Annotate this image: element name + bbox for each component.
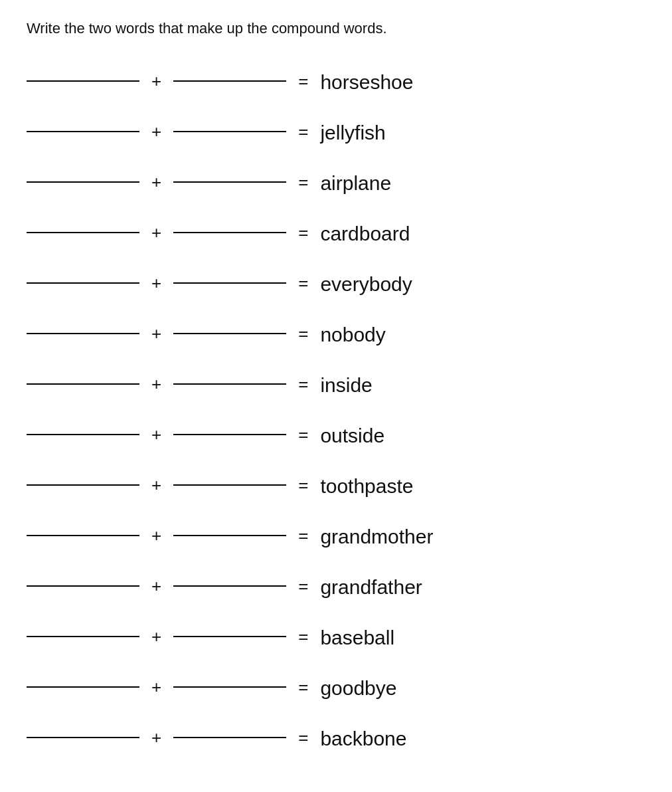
blank-line-1[interactable] <box>27 232 139 233</box>
blank-line-1[interactable] <box>27 636 139 637</box>
compound-word-label: grandmother <box>320 526 433 548</box>
plus-sign: + <box>151 475 161 498</box>
blank-line-1[interactable] <box>27 535 139 536</box>
compound-word-label: outside <box>320 425 384 447</box>
compound-row: +=inside <box>27 360 645 411</box>
compound-row: +=cardboard <box>27 209 645 259</box>
blank-line-1[interactable] <box>27 181 139 183</box>
plus-sign: + <box>151 425 161 448</box>
compound-word-label: airplane <box>320 172 391 195</box>
blank-line-2[interactable] <box>173 484 286 486</box>
compound-word-label: backbone <box>320 728 406 750</box>
blank-line-2[interactable] <box>173 333 286 334</box>
blank-line-1[interactable] <box>27 686 139 688</box>
plus-sign: + <box>151 728 161 751</box>
compound-word-label: horseshoe <box>320 71 413 94</box>
equals-sign: = <box>298 223 308 246</box>
compound-row: +=airplane <box>27 158 645 209</box>
compound-rows-container: +=horseshoe+=jellyfish+=airplane+=cardbo… <box>27 57 645 764</box>
plus-sign: + <box>151 71 161 94</box>
equals-sign: = <box>298 71 308 94</box>
compound-row: +=grandfather <box>27 562 645 613</box>
blank-line-2[interactable] <box>173 131 286 132</box>
plus-sign: + <box>151 122 161 145</box>
compound-row: +=jellyfish <box>27 108 645 158</box>
equals-sign: = <box>298 728 308 751</box>
compound-word-label: toothpaste <box>320 475 413 498</box>
blank-line-1[interactable] <box>27 383 139 385</box>
blank-line-1[interactable] <box>27 282 139 284</box>
plus-sign: + <box>151 223 161 246</box>
equals-sign: = <box>298 526 308 549</box>
plus-sign: + <box>151 273 161 296</box>
equals-sign: = <box>298 122 308 145</box>
compound-row: +=baseball <box>27 613 645 663</box>
blank-line-1[interactable] <box>27 80 139 82</box>
equals-sign: = <box>298 273 308 296</box>
plus-sign: + <box>151 576 161 599</box>
compound-word-label: grandfather <box>320 576 422 599</box>
compound-row: +=outside <box>27 411 645 461</box>
equals-sign: = <box>298 627 308 650</box>
compound-word-label: baseball <box>320 627 394 649</box>
blank-line-2[interactable] <box>173 80 286 82</box>
equals-sign: = <box>298 677 308 700</box>
blank-line-2[interactable] <box>173 686 286 688</box>
equals-sign: = <box>298 172 308 195</box>
plus-sign: + <box>151 526 161 549</box>
compound-word-label: nobody <box>320 324 385 346</box>
blank-line-2[interactable] <box>173 535 286 536</box>
compound-row: +=goodbye <box>27 663 645 714</box>
blank-line-2[interactable] <box>173 232 286 233</box>
plus-sign: + <box>151 677 161 700</box>
blank-line-2[interactable] <box>173 434 286 435</box>
blank-line-1[interactable] <box>27 585 139 587</box>
plus-sign: + <box>151 374 161 397</box>
plus-sign: + <box>151 627 161 650</box>
blank-line-2[interactable] <box>173 282 286 284</box>
equals-sign: = <box>298 475 308 498</box>
blank-line-2[interactable] <box>173 585 286 587</box>
compound-row: +=everybody <box>27 259 645 310</box>
compound-row: +=toothpaste <box>27 461 645 512</box>
blank-line-2[interactable] <box>173 181 286 183</box>
equals-sign: = <box>298 324 308 347</box>
plus-sign: + <box>151 172 161 195</box>
compound-word-label: everybody <box>320 273 412 296</box>
compound-word-label: goodbye <box>320 677 396 700</box>
blank-line-1[interactable] <box>27 434 139 435</box>
blank-line-1[interactable] <box>27 737 139 738</box>
blank-line-1[interactable] <box>27 131 139 132</box>
instruction-text: Write the two words that make up the com… <box>27 20 645 37</box>
equals-sign: = <box>298 576 308 599</box>
plus-sign: + <box>151 324 161 347</box>
compound-word-label: cardboard <box>320 223 410 245</box>
compound-row: +=backbone <box>27 714 645 764</box>
equals-sign: = <box>298 425 308 448</box>
compound-row: +=nobody <box>27 310 645 360</box>
blank-line-1[interactable] <box>27 333 139 334</box>
blank-line-2[interactable] <box>173 383 286 385</box>
blank-line-1[interactable] <box>27 484 139 486</box>
equals-sign: = <box>298 374 308 397</box>
blank-line-2[interactable] <box>173 737 286 738</box>
compound-row: +=grandmother <box>27 512 645 562</box>
blank-line-2[interactable] <box>173 636 286 637</box>
compound-row: +=horseshoe <box>27 57 645 108</box>
compound-word-label: inside <box>320 374 372 397</box>
compound-word-label: jellyfish <box>320 122 385 144</box>
